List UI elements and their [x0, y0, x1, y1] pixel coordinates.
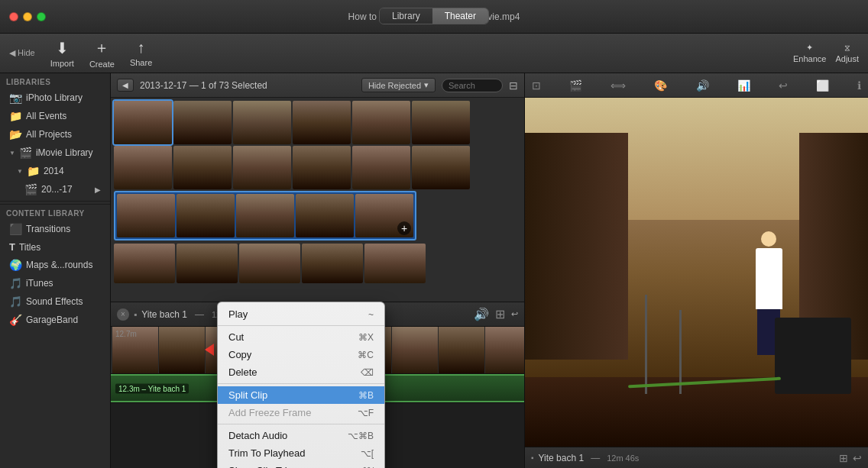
grid-view-icon[interactable]: ⊟ [509, 79, 518, 92]
vt-thumb-8[interactable] [439, 327, 484, 373]
thumbnail-16[interactable] [296, 194, 354, 237]
sidebar-item-garageband[interactable]: 🎸 GarageBand [3, 311, 107, 328]
theater-tab[interactable]: Theater [432, 8, 488, 24]
context-menu-detach-audio[interactable]: Detach Audio ⌥⌘B [218, 427, 384, 444]
context-menu-split-clip[interactable]: Split Clip ⌘B [218, 386, 384, 404]
browser-nav-back[interactable]: ◀ [117, 79, 134, 92]
import-button[interactable]: ⬇ Import [50, 39, 74, 68]
thumbnail-2[interactable] [173, 101, 232, 144]
thumbnail-4[interactable] [293, 101, 351, 144]
sidebar-item-iphoto[interactable]: 📷 iPhoto Library [3, 89, 107, 106]
context-menu-show-trimmer[interactable]: Show Clip Trimmer ⌘/ [218, 462, 384, 468]
thumbnail-1[interactable] [114, 101, 172, 144]
vt-thumb-7[interactable] [392, 327, 438, 373]
context-menu-play[interactable]: Play ~ [218, 305, 384, 323]
sidebar-item-all-projects[interactable]: 📂 All Projects [3, 126, 107, 143]
play-shortcut: ~ [368, 309, 374, 320]
volume-icon[interactable]: 🔊 [474, 307, 489, 321]
thumbnail-13[interactable] [117, 194, 175, 237]
all-events-icon: 📁 [9, 110, 22, 122]
mic-stand-1 [645, 295, 647, 394]
sidebar-item-transitions[interactable]: ⬛ Transitions [3, 221, 107, 237]
context-menu-freeze-frame[interactable]: Add Freeze Frame ⌥F [218, 404, 384, 421]
thumb-scene-19 [177, 244, 238, 283]
context-menu-cut[interactable]: Cut ⌘X [218, 328, 384, 346]
timeline-right-controls: 🔊 ⊞ ↩ [474, 307, 518, 321]
thumbnail-8[interactable] [173, 146, 232, 189]
thumbnail-18[interactable] [114, 244, 175, 283]
sidebar-item-titles[interactable]: T Titles [3, 239, 107, 255]
zoom-to-fit-icon[interactable]: ⊞ [495, 307, 505, 321]
thumbnail-17[interactable]: + [355, 194, 413, 237]
create-button[interactable]: ＋ Create [89, 37, 115, 69]
viewer-color-icon[interactable]: 🎨 [652, 78, 669, 93]
undo-icon[interactable]: ↩ [511, 309, 518, 319]
browser-search-input[interactable] [442, 79, 503, 92]
viewer-volume-icon[interactable]: 🔊 [694, 78, 711, 93]
thumb-scene-7 [114, 146, 172, 189]
thumb-scene-5 [352, 101, 410, 144]
thumbnail-19[interactable] [177, 244, 238, 283]
thumb-scene-2 [173, 101, 232, 144]
all-projects-icon: 📂 [9, 128, 22, 140]
thumbnail-15[interactable] [236, 194, 294, 237]
track-duration-label: 12.7m [115, 330, 137, 338]
thumbnail-22[interactable] [364, 244, 426, 283]
minimize-button[interactable] [23, 12, 32, 21]
library-tab[interactable]: Library [380, 8, 432, 24]
sidebar-item-imovie-library[interactable]: ▼ 🎬 iMovie Library [3, 144, 107, 161]
thumbnail-10[interactable] [293, 146, 351, 189]
thumbnail-7[interactable] [114, 146, 172, 189]
viewer-speed-icon[interactable]: ↩ [776, 78, 790, 93]
thumbnail-3[interactable] [233, 101, 291, 144]
timeline-close-button[interactable]: × [117, 308, 129, 321]
sidebar-item-project-label: 20...-17 [41, 184, 73, 195]
viewer-clip-title: Yite bach 1 [539, 453, 585, 463]
sidebar-item-all-events[interactable]: 📁 All Events [3, 108, 107, 124]
context-menu-delete[interactable]: Delete ⌫ [218, 363, 384, 381]
thumbnail-20[interactable] [239, 244, 300, 283]
thumbnail-6[interactable] [412, 101, 470, 144]
viewer-crop-icon[interactable]: ⊡ [530, 78, 543, 93]
sidebar-item-2014[interactable]: ▼ 📁 2014 [3, 163, 107, 179]
viewer-stabilize-icon[interactable]: ⟺ [608, 78, 628, 93]
garageband-icon: 🎸 [9, 314, 22, 326]
sidebar-item-sound-effects[interactable]: 🎵 Sound Effects [3, 293, 107, 310]
thumbnail-5[interactable] [352, 101, 410, 144]
enhance-button[interactable]: ✦ Enhance [793, 43, 826, 63]
thumbnail-9[interactable] [233, 146, 291, 189]
sidebar-item-maps[interactable]: 🌍 Maps &...rounds [3, 257, 107, 273]
share-label: Share [130, 58, 152, 67]
hide-rejected-button[interactable]: Hide Rejected ▾ [361, 78, 436, 92]
viewer-info-icon[interactable]: ℹ [855, 78, 863, 93]
viewer-trim-icon[interactable]: 🎬 [567, 78, 585, 93]
refresh-icon[interactable]: ↩ [853, 452, 862, 464]
add-to-timeline-button[interactable]: + [397, 221, 411, 235]
sidebar-item-itunes[interactable]: 🎵 iTunes [3, 275, 107, 292]
context-menu-trim-playhead[interactable]: Trim To Playhead ⌥[ [218, 444, 384, 462]
thumbnail-14[interactable] [177, 194, 235, 237]
2014-folder-icon: 📁 [27, 165, 40, 177]
fullscreen-icon[interactable]: ⊞ [839, 452, 848, 464]
thumbnail-12[interactable] [412, 146, 470, 189]
hide-button[interactable]: ◀ Hide [9, 48, 35, 58]
viewer-bottom-bar: ▪ Yite bach 1 — 12m 46s ⊞ ↩ [525, 447, 868, 468]
sidebar-item-project[interactable]: 🎬 20...-17 ▶ [3, 181, 107, 198]
share-button[interactable]: ↑ Share [130, 39, 152, 67]
close-button[interactable] [9, 12, 18, 21]
viewer-audio-icon[interactable]: 📊 [735, 78, 753, 93]
viewer-clip-filter-icon[interactable]: ⬜ [814, 78, 831, 93]
hide-label: Hide [18, 48, 35, 57]
thumbnail-21[interactable] [302, 244, 363, 283]
maximize-button[interactable] [37, 12, 46, 21]
sidebar-item-all-events-label: All Events [26, 111, 66, 121]
cut-shortcut: ⌘X [358, 332, 374, 343]
left-wall [525, 133, 628, 360]
context-menu-copy[interactable]: Copy ⌘C [218, 346, 384, 363]
vt-thumb-9[interactable] [485, 327, 524, 373]
adjust-button[interactable]: ⧖ Adjust [835, 43, 859, 63]
import-icon: ⬇ [56, 39, 69, 57]
vt-thumb-2[interactable] [159, 327, 205, 373]
sidebar-divider [0, 201, 110, 202]
thumbnail-11[interactable] [352, 146, 410, 189]
